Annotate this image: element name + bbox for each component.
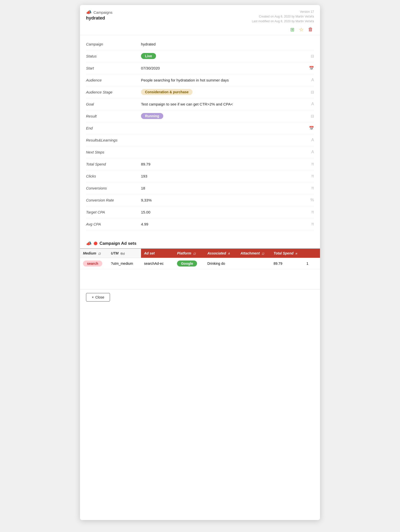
- adsets-table-scroll: Medium ◻ UTM f(x) Ad set Platform ◻: [80, 248, 320, 269]
- adsets-table: Medium ◻ UTM f(x) Ad set Platform ◻: [80, 249, 320, 269]
- th-medium-icon: ◻: [98, 252, 100, 255]
- th-platform-icon: ◻: [193, 252, 196, 255]
- value-target-cpa: 15.00: [141, 210, 306, 214]
- adsets-header: 📣 🔴 Campaign Ad sets: [80, 238, 320, 248]
- td-utm: ?utm_medium: [108, 258, 141, 269]
- label-start: Start: [86, 66, 141, 70]
- th-associated-icon: A: [228, 252, 230, 255]
- field-row-result: Result Running ⊟: [86, 110, 314, 122]
- adsets-icon-small: 🔴: [94, 242, 98, 245]
- label-conversion-rate: Conversion Rate: [86, 198, 141, 202]
- th-attachment[interactable]: Attachment ◻: [238, 249, 270, 258]
- field-row-conversion-rate: Conversion Rate 9,33% %: [86, 194, 314, 206]
- header-breadcrumb-row: 📣 Campaigns: [86, 10, 112, 15]
- medium-badge: search: [83, 260, 102, 266]
- label-campaign: Campaign: [86, 42, 141, 46]
- created-label: Created on Aug 8, 2020 by Martin Večeřa: [252, 14, 314, 19]
- table-row: search ?utm_medium searchAd-ec Google Dr…: [80, 258, 320, 269]
- icon-start[interactable]: 📅: [306, 66, 314, 70]
- th-medium[interactable]: Medium ◻: [80, 249, 108, 258]
- icon-target-cpa: π: [306, 210, 314, 214]
- value-clicks: 193: [141, 174, 306, 178]
- th-utm-label: UTM: [111, 251, 118, 255]
- delete-button[interactable]: 🗑: [307, 26, 314, 33]
- label-target-cpa: Target CPA: [86, 210, 141, 214]
- label-goal: Goal: [86, 102, 141, 106]
- th-attachment-icon: ◻: [262, 252, 264, 255]
- field-row-clicks: Clicks 193 π: [86, 170, 314, 182]
- field-row-results-learnings: Results&Learnings A: [86, 134, 314, 146]
- close-label: Close: [95, 295, 104, 299]
- icon-conversions: π: [306, 186, 314, 190]
- label-result: Result: [86, 114, 141, 118]
- td-platform: Google: [174, 258, 204, 269]
- field-row-start: Start 07/30/2020 📅: [86, 62, 314, 74]
- version-info: Version 17 Created on Aug 8, 2020 by Mar…: [252, 10, 314, 24]
- th-extra: [304, 249, 320, 258]
- td-totalspend: 89.79: [270, 258, 304, 269]
- icon-audience-stage[interactable]: ⊟: [306, 90, 314, 94]
- th-platform[interactable]: Platform ◻: [174, 249, 204, 258]
- close-button[interactable]: × Close: [86, 293, 110, 302]
- adsets-table-head: Medium ◻ UTM f(x) Ad set Platform ◻: [80, 249, 320, 258]
- modified-label: Last modified on Aug 8, 2020 by Martin V…: [252, 19, 314, 24]
- label-end: End: [86, 126, 141, 130]
- th-totalspend-label: Total Spend: [274, 251, 294, 255]
- field-row-campaign: Campaign hydrated: [86, 38, 314, 50]
- th-associated[interactable]: Associated A: [204, 249, 238, 258]
- th-platform-label: Platform: [177, 251, 191, 255]
- field-row-audience: Audience People searching for hydratatio…: [86, 74, 314, 86]
- th-utm[interactable]: UTM f(x): [108, 249, 141, 258]
- page-title: hydrated: [86, 16, 112, 21]
- td-medium: search: [80, 258, 108, 269]
- value-campaign: hydrated: [141, 42, 306, 46]
- value-start: 07/30/2020: [141, 66, 306, 70]
- icon-result[interactable]: ⊟: [306, 114, 314, 118]
- label-audience: Audience: [86, 78, 141, 82]
- header-right: Version 17 Created on Aug 8, 2020 by Mar…: [252, 10, 314, 33]
- th-adset-label: Ad set: [144, 251, 155, 255]
- modal-header: 📣 Campaigns hydrated Version 17 Created …: [80, 5, 320, 35]
- grid-view-button[interactable]: ⊞: [289, 26, 296, 33]
- th-adset[interactable]: Ad set: [141, 249, 174, 258]
- icon-end[interactable]: 📅: [306, 126, 314, 130]
- th-attachment-label: Attachment: [240, 251, 260, 255]
- field-row-next-steps: Next Steps A: [86, 146, 314, 158]
- adsets-section: 📣 🔴 Campaign Ad sets Medium ◻ UTM f(x): [80, 238, 320, 269]
- td-extra: 1: [304, 258, 320, 269]
- field-row-avg-cpa: Avg CPA 4.99 π: [86, 218, 314, 230]
- label-clicks: Clicks: [86, 174, 141, 178]
- field-row-status: Status Live ⊟: [86, 50, 314, 62]
- close-icon: ×: [92, 295, 94, 299]
- field-row-target-cpa: Target CPA 15.00 π: [86, 206, 314, 218]
- value-total-spend: 89.79: [141, 162, 306, 166]
- campaign-modal: 📣 Campaigns hydrated Version 17 Created …: [80, 5, 320, 520]
- th-medium-label: Medium: [83, 251, 96, 255]
- th-utm-icon: f(x): [120, 252, 125, 255]
- value-conversions: 18: [141, 186, 306, 190]
- value-avg-cpa: 4.99: [141, 222, 306, 226]
- th-totalspend-icon: π: [296, 252, 298, 255]
- label-avg-cpa: Avg CPA: [86, 222, 141, 226]
- th-associated-label: Associated: [208, 251, 226, 255]
- breadcrumb-label: Campaigns: [94, 10, 112, 14]
- adsets-table-body: search ?utm_medium searchAd-ec Google Dr…: [80, 258, 320, 269]
- icon-results-learnings: A: [306, 138, 314, 142]
- adsets-title: Campaign Ad sets: [100, 241, 136, 246]
- field-row-end: End 📅: [86, 122, 314, 134]
- section-divider: [80, 230, 320, 238]
- value-result: Running: [141, 113, 306, 119]
- header-actions: ⊞ ☆ 🗑: [252, 26, 314, 33]
- status-badge: Live: [141, 53, 156, 59]
- result-badge: Running: [141, 113, 163, 119]
- td-attachment: [238, 258, 270, 269]
- audience-stage-badge: Consideration & purchase: [141, 89, 192, 95]
- td-adset: searchAd-ec: [141, 258, 174, 269]
- campaign-icon: 📣: [86, 10, 92, 15]
- icon-avg-cpa: π: [306, 222, 314, 226]
- th-totalspend[interactable]: Total Spend π: [270, 249, 304, 258]
- favorite-button[interactable]: ☆: [298, 26, 304, 33]
- label-next-steps: Next Steps: [86, 150, 141, 154]
- label-total-spend: Total Spend: [86, 162, 141, 166]
- icon-status[interactable]: ⊟: [306, 54, 314, 58]
